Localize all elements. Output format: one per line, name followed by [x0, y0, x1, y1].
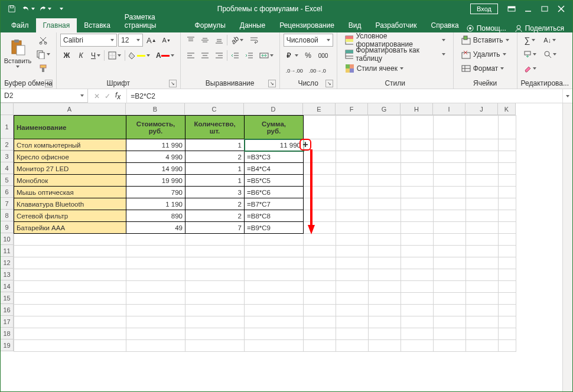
cell[interactable]	[369, 257, 401, 269]
cell[interactable]	[336, 139, 369, 151]
row-header-9[interactable]: 9	[1, 221, 14, 233]
cell[interactable]	[466, 116, 499, 139]
copy-button[interactable]	[34, 48, 53, 61]
autosum-button[interactable]: ∑	[521, 34, 539, 47]
cell[interactable]	[336, 187, 369, 198]
cell[interactable]	[369, 210, 401, 222]
cell[interactable]: 11 990	[245, 139, 304, 151]
cell[interactable]	[401, 316, 434, 328]
underline-button[interactable]: Ч	[89, 49, 103, 62]
cell[interactable]: 790	[126, 187, 185, 198]
font-size-select[interactable]: 12	[118, 34, 143, 47]
cell[interactable]	[401, 139, 434, 151]
cell[interactable]	[245, 305, 304, 316]
tab-formulas[interactable]: Формулы	[188, 18, 233, 32]
align-center-button[interactable]	[198, 49, 211, 62]
share-button[interactable]: Поделиться	[515, 24, 564, 32]
cell[interactable]	[304, 281, 336, 293]
align-right-button[interactable]	[213, 49, 226, 62]
cell[interactable]	[401, 163, 434, 175]
grow-font-button[interactable]: A▲	[144, 34, 159, 47]
cell[interactable]	[185, 340, 245, 352]
cell[interactable]	[185, 316, 245, 328]
redo-icon[interactable]	[37, 2, 53, 16]
cell[interactable]: =B3*C3	[245, 151, 304, 163]
tab-layout[interactable]: Разметка страницы	[118, 10, 188, 32]
cell[interactable]	[466, 246, 499, 257]
name-box[interactable]: D2	[1, 89, 88, 103]
cell[interactable]	[14, 340, 126, 352]
tab-data[interactable]: Данные	[233, 18, 272, 32]
cell[interactable]	[336, 257, 369, 269]
cell[interactable]	[304, 163, 336, 175]
cell[interactable]: 1 190	[126, 198, 185, 210]
cell[interactable]	[369, 175, 401, 187]
cell[interactable]	[369, 281, 401, 293]
cell[interactable]	[336, 163, 369, 175]
cell[interactable]	[14, 305, 126, 316]
cell[interactable]	[336, 222, 369, 234]
cell[interactable]	[336, 293, 369, 305]
cell[interactable]	[401, 116, 434, 139]
cell[interactable]	[499, 198, 516, 210]
cell[interactable]	[466, 316, 499, 328]
row-header-13[interactable]: 13	[1, 269, 14, 280]
cell[interactable]	[466, 305, 499, 316]
row-header-5[interactable]: 5	[1, 174, 14, 186]
cell[interactable]: 49	[126, 222, 185, 234]
cell[interactable]	[401, 293, 434, 305]
cell[interactable]	[336, 340, 369, 352]
login-button[interactable]: Вход	[470, 4, 498, 14]
delete-cells-button[interactable]: Удалить	[457, 48, 513, 61]
cell[interactable]	[369, 340, 401, 352]
cell[interactable]	[434, 139, 466, 151]
cell[interactable]: Наименование	[14, 116, 126, 139]
cell[interactable]	[369, 246, 401, 257]
cell[interactable]	[499, 187, 516, 198]
cell[interactable]	[336, 116, 369, 139]
undo-icon[interactable]	[21, 2, 36, 16]
col-header-F[interactable]: F	[336, 103, 368, 115]
font-color-button[interactable]: A	[154, 49, 177, 62]
col-header-J[interactable]: J	[465, 103, 498, 115]
cell[interactable]	[369, 139, 401, 151]
cell[interactable]	[466, 269, 499, 281]
cell[interactable]	[304, 198, 336, 210]
cell[interactable]	[304, 210, 336, 222]
cell[interactable]: 4 990	[126, 151, 185, 163]
cell[interactable]	[466, 293, 499, 305]
cell[interactable]	[14, 269, 126, 281]
cell[interactable]	[245, 328, 304, 340]
tab-developer[interactable]: Разработчик	[369, 18, 424, 32]
cell[interactable]	[434, 163, 466, 175]
cell[interactable]	[369, 269, 401, 281]
cell[interactable]	[126, 293, 185, 305]
cell[interactable]: 19 990	[126, 175, 185, 187]
cell[interactable]	[336, 316, 369, 328]
cell[interactable]	[185, 305, 245, 316]
cell[interactable]	[336, 246, 369, 257]
tab-insert[interactable]: Вставка	[77, 18, 118, 32]
col-header-D[interactable]: D	[244, 103, 303, 115]
cell[interactable]	[466, 210, 499, 222]
cell[interactable]	[434, 116, 466, 139]
cell[interactable]	[336, 328, 369, 340]
tab-home[interactable]: Главная	[36, 18, 77, 32]
font-name-select[interactable]: Calibri	[60, 34, 117, 47]
cell[interactable]: 2	[185, 210, 245, 222]
cell[interactable]: =B6*C6	[245, 187, 304, 198]
cell[interactable]: 1	[185, 139, 245, 151]
cell[interactable]	[434, 234, 466, 246]
cell[interactable]	[14, 316, 126, 328]
cell[interactable]	[401, 234, 434, 246]
cell[interactable]	[369, 328, 401, 340]
cell[interactable]	[466, 340, 499, 352]
wrap-text-button[interactable]	[247, 34, 261, 47]
cell[interactable]	[499, 269, 516, 281]
cell[interactable]: Кресло офисное	[14, 151, 126, 163]
format-painter-button[interactable]	[34, 62, 53, 75]
cell[interactable]	[499, 257, 516, 269]
italic-button[interactable]: К	[74, 49, 87, 62]
row-header-12[interactable]: 12	[1, 257, 14, 269]
cell[interactable]	[434, 316, 466, 328]
